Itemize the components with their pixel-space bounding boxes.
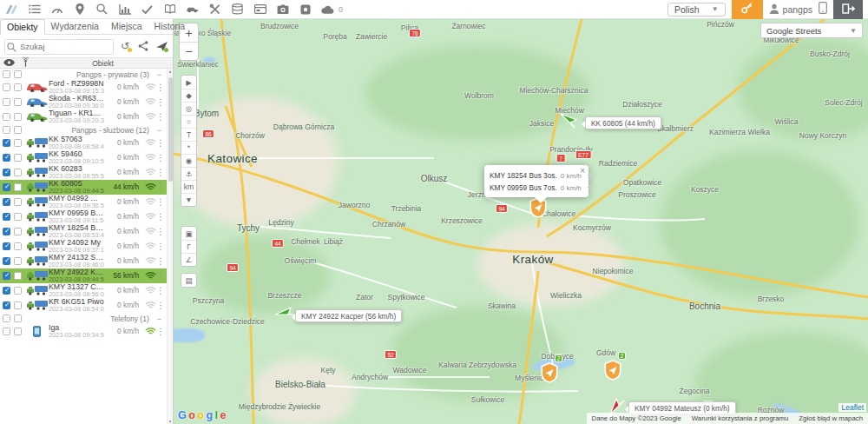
- object-row[interactable]: KK 60805 2023-03-08 09:44:56 44 km/h ⋮: [0, 180, 173, 195]
- sidebar-scrollbar[interactable]: [167, 69, 173, 424]
- follow-checkbox[interactable]: [14, 272, 22, 280]
- group-visibility-checkbox[interactable]: [3, 70, 10, 78]
- leaflet-link[interactable]: Leaflet: [838, 403, 866, 412]
- logbook-icon[interactable]: [163, 3, 176, 16]
- row-menu-button[interactable]: ⋮: [156, 83, 165, 92]
- tasks-icon[interactable]: [141, 3, 154, 16]
- row-menu-button[interactable]: ⋮: [156, 97, 165, 107]
- collapse-group-button[interactable]: −: [157, 126, 161, 135]
- reports-icon[interactable]: [118, 3, 131, 16]
- row-menu-button[interactable]: ⋮: [156, 242, 165, 251]
- visibility-checkbox[interactable]: [3, 139, 10, 147]
- search-icon[interactable]: [95, 3, 108, 16]
- group-follow-checkbox[interactable]: [14, 126, 22, 134]
- ruler-button[interactable]: Γ: [181, 240, 196, 253]
- object-row[interactable]: Skoda - KR639KE 2023-03-08 09:36:01 0 km…: [0, 95, 173, 109]
- search-input[interactable]: [4, 39, 114, 55]
- object-row[interactable]: KMY 09959 Bus 7os. 2023-03-08 09:11:54 0…: [0, 209, 173, 224]
- visibility-checkbox[interactable]: [3, 113, 10, 121]
- follow-checkbox[interactable]: [14, 113, 22, 121]
- row-menu-button[interactable]: ⋮: [156, 212, 165, 222]
- object-row[interactable]: KR 6KG51 Piwo 2023-03-08 08:54:03 0 km/h…: [0, 298, 173, 313]
- visibility-checkbox[interactable]: [3, 272, 10, 280]
- sidebar-tab[interactable]: Historia: [148, 19, 192, 34]
- dashboard-icon[interactable]: [50, 3, 63, 16]
- row-menu-button[interactable]: ⋮: [156, 286, 165, 295]
- anchor-button[interactable]: ⚓: [181, 167, 196, 180]
- follow-checkbox[interactable]: [14, 257, 22, 265]
- follow-checkbox[interactable]: [14, 154, 22, 162]
- visibility-checkbox[interactable]: [3, 198, 10, 206]
- group-visibility-checkbox[interactable]: [3, 126, 10, 134]
- follow-checkbox[interactable]: [14, 328, 22, 335]
- collapse-group-button[interactable]: −: [157, 70, 161, 79]
- view-button[interactable]: ◎: [181, 102, 196, 115]
- object-row[interactable]: Pangps - prywatne (3) −: [0, 69, 173, 80]
- popup-vehicle-row[interactable]: KMY 09959 Bus 7os. 0 km/h: [490, 182, 583, 194]
- group-follow-checkbox[interactable]: [14, 70, 22, 78]
- sidebar-tab[interactable]: Miejsca: [105, 19, 148, 34]
- zoom-out-button[interactable]: −: [180, 42, 198, 60]
- visibility-checkbox[interactable]: [3, 213, 10, 221]
- row-menu-button[interactable]: ⋮: [156, 153, 165, 162]
- close-icon[interactable]: ×: [580, 166, 585, 176]
- visibility-checkbox[interactable]: [3, 242, 10, 250]
- row-menu-button[interactable]: ⋮: [156, 138, 165, 148]
- vehicle-marker[interactable]: [560, 113, 579, 134]
- visibility-checkbox[interactable]: [3, 287, 10, 295]
- signal-column-icon[interactable]: [22, 57, 30, 69]
- objects-list-icon[interactable]: [28, 3, 41, 16]
- draw-text-button[interactable]: T: [181, 128, 196, 141]
- follow-checkbox[interactable]: [14, 139, 22, 147]
- row-menu-button[interactable]: ⋮: [156, 168, 165, 177]
- popup-vehicle-row[interactable]: KMY 18254 Bus 3os. 0 km/h: [490, 169, 583, 182]
- sidebar-tab[interactable]: Obiekty: [0, 19, 45, 35]
- gallery-icon[interactable]: [321, 3, 334, 16]
- fullscreen-button[interactable]: ▣: [181, 227, 196, 240]
- draw-star-button[interactable]: *: [181, 141, 196, 154]
- user-menu[interactable]: pangps: [769, 3, 812, 16]
- row-menu-button[interactable]: ⋮: [156, 227, 165, 236]
- follow-checkbox[interactable]: [14, 169, 22, 176]
- visibility-checkbox[interactable]: [3, 154, 10, 162]
- object-row[interactable]: Pangps - służbowe (12) −: [0, 124, 173, 136]
- follow-checkbox[interactable]: [14, 183, 22, 191]
- follow-checkbox[interactable]: [14, 301, 22, 309]
- follow-checkbox[interactable]: [14, 83, 22, 91]
- visibility-checkbox[interactable]: [3, 257, 10, 265]
- print-button[interactable]: ▤: [181, 274, 196, 287]
- follow-objects-button[interactable]: ↺: [118, 39, 132, 53]
- visibility-checkbox[interactable]: [3, 301, 10, 309]
- visibility-checkbox[interactable]: [3, 98, 10, 106]
- database-icon[interactable]: [231, 3, 244, 16]
- mobile-icon[interactable]: [819, 2, 827, 17]
- visibility-checkbox[interactable]: [3, 328, 10, 335]
- visibility-checkbox[interactable]: [3, 183, 10, 191]
- row-menu-button[interactable]: ⋮: [156, 256, 165, 266]
- sidebar-tab[interactable]: Wydarzenia: [45, 19, 105, 34]
- object-row[interactable]: KK 57063 2023-03-08 08:58:41 0 km/h ⋮: [0, 136, 173, 150]
- vehicle-marker[interactable]: 2: [540, 362, 559, 383]
- object-column-header[interactable]: Obiekt: [36, 59, 169, 68]
- follow-checkbox[interactable]: [14, 287, 22, 295]
- draw-circle-button[interactable]: ○: [181, 115, 196, 128]
- logout-button[interactable]: [833, 0, 863, 19]
- visibility-checkbox[interactable]: [3, 228, 10, 235]
- group-visibility-checkbox[interactable]: [3, 315, 10, 322]
- measure-km-button[interactable]: km: [181, 180, 196, 193]
- object-row[interactable]: Tiguan - KR1WJ07 2023-03-08 09:20:32 0 k…: [0, 109, 173, 124]
- attribution-terms-link[interactable]: Warunki korzystania z programu: [692, 414, 789, 422]
- object-row[interactable]: KMY 24922 Kacper 2023-03-08 09:44:54 56 …: [0, 268, 173, 283]
- photo-button[interactable]: ◉: [181, 154, 196, 167]
- vehicle-marker[interactable]: 2: [603, 360, 622, 381]
- location-icon[interactable]: [73, 3, 86, 16]
- map-canvas[interactable]: Miasteczko Śląskie Świerklaniec Brudzowi…: [174, 19, 868, 424]
- object-row[interactable]: KMY 31327 Combo Pat... 2023-03-08 08:56:…: [0, 283, 173, 298]
- row-menu-button[interactable]: ⋮: [156, 182, 165, 192]
- object-row[interactable]: Telefony (1) −: [0, 313, 173, 324]
- services-icon[interactable]: [208, 3, 221, 16]
- draw-shield-button[interactable]: ◆: [181, 89, 196, 102]
- object-row[interactable]: KMY 04992 Mateusz 2023-03-08 09:36:52 0 …: [0, 195, 173, 209]
- send-route-button[interactable]: [155, 39, 168, 53]
- angle-button[interactable]: ∠: [181, 253, 196, 266]
